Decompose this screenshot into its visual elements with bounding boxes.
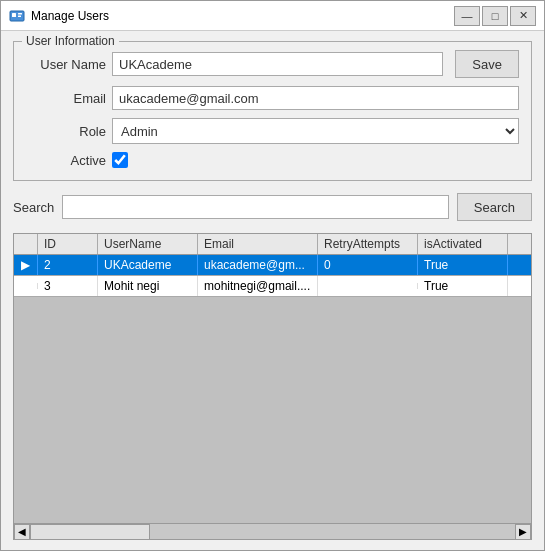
table-row[interactable]: 3 Mohit negi mohitnegi@gmail.... True	[14, 276, 531, 297]
close-button[interactable]: ✕	[510, 6, 536, 26]
minimize-button[interactable]: —	[454, 6, 480, 26]
username-label: User Name	[26, 57, 106, 72]
active-checkbox-wrapper	[112, 152, 128, 168]
row-retry-2	[318, 283, 418, 289]
column-id: ID	[38, 234, 98, 254]
window-title: Manage Users	[31, 9, 448, 23]
title-bar-buttons: — □ ✕	[454, 6, 536, 26]
window-content: User Information User Name Save Email Ro…	[1, 31, 544, 550]
role-label: Role	[26, 124, 106, 139]
column-retry: RetryAttempts	[318, 234, 418, 254]
email-label: Email	[26, 91, 106, 106]
row-activated-2: True	[418, 276, 508, 296]
active-checkbox[interactable]	[112, 152, 128, 168]
window-icon	[9, 8, 25, 24]
row-activated-1: True	[418, 255, 508, 275]
username-input[interactable]	[112, 52, 443, 76]
email-row: Email	[26, 86, 519, 110]
row-arrow-1: ▶	[14, 255, 38, 275]
scrollbar-thumb[interactable]	[30, 524, 150, 540]
row-email-2: mohitnegi@gmail....	[198, 276, 318, 296]
svg-rect-3	[18, 15, 21, 17]
role-select[interactable]: Admin User	[112, 118, 519, 144]
save-button[interactable]: Save	[455, 50, 519, 78]
row-username-2: Mohit negi	[98, 276, 198, 296]
users-table: ID UserName Email RetryAttempts isActiva…	[13, 233, 532, 540]
row-retry-1: 0	[318, 255, 418, 275]
svg-rect-1	[12, 13, 16, 17]
scroll-left-button[interactable]: ◀	[14, 524, 30, 540]
maximize-button[interactable]: □	[482, 6, 508, 26]
username-row: User Name Save	[26, 50, 519, 78]
title-bar: Manage Users — □ ✕	[1, 1, 544, 31]
row-arrow-2	[14, 283, 38, 289]
row-id-2: 3	[38, 276, 98, 296]
search-input[interactable]	[62, 195, 449, 219]
table-header: ID UserName Email RetryAttempts isActiva…	[14, 234, 531, 255]
table-row[interactable]: ▶ 2 UKAcademe ukacademe@gm... 0 True	[14, 255, 531, 276]
horizontal-scrollbar: ◀ ▶	[14, 523, 531, 539]
svg-rect-2	[18, 13, 22, 15]
active-row: Active	[26, 152, 519, 168]
row-email-1: ukacademe@gm...	[198, 255, 318, 275]
search-label: Search	[13, 200, 54, 215]
email-input[interactable]	[112, 86, 519, 110]
table-body: ▶ 2 UKAcademe ukacademe@gm... 0 True 3 M…	[14, 255, 531, 523]
role-row: Role Admin User	[26, 118, 519, 144]
column-username: UserName	[98, 234, 198, 254]
column-email: Email	[198, 234, 318, 254]
column-arrow	[14, 234, 38, 254]
group-legend: User Information	[22, 34, 119, 48]
user-information-group: User Information User Name Save Email Ro…	[13, 41, 532, 181]
scroll-right-button[interactable]: ▶	[515, 524, 531, 540]
row-username-1: UKAcademe	[98, 255, 198, 275]
active-label: Active	[26, 153, 106, 168]
manage-users-window: Manage Users — □ ✕ User Information User…	[0, 0, 545, 551]
column-activated: isActivated	[418, 234, 508, 254]
scrollbar-track[interactable]	[30, 524, 515, 540]
search-button[interactable]: Search	[457, 193, 532, 221]
search-row: Search Search	[13, 193, 532, 221]
row-id-1: 2	[38, 255, 98, 275]
